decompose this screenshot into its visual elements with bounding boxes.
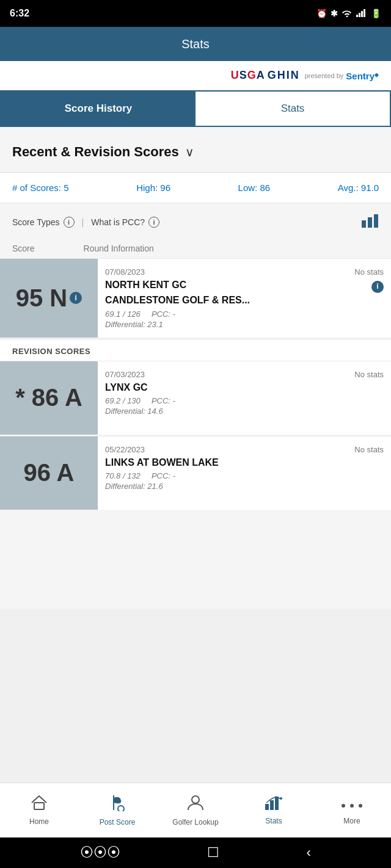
svg-rect-7 [34, 803, 44, 809]
svg-rect-3 [364, 9, 365, 17]
round-rating-rev-0: 69.2 / 130 PCC: - [105, 396, 384, 405]
ghin-text: GHIN [268, 69, 300, 82]
nav-stats-label: Stats [265, 817, 282, 825]
score-types-bar: Score Types i | What is PCC? i [0, 206, 391, 239]
wifi-icon [342, 9, 353, 19]
score-card-0: 95 N i No stats 07/08/2023 NORTH KENT GC… [0, 258, 391, 338]
tab-stats[interactable]: Stats [196, 92, 390, 126]
svg-rect-6 [374, 214, 378, 228]
chevron-down-icon[interactable]: ∨ [185, 145, 194, 159]
round-info-rev-1: No stats 05/22/2023 LINKS AT BOWEN LAKE … [98, 436, 391, 510]
tab-bar: Score History Stats [0, 90, 391, 127]
column-headers: Score Round Information [0, 239, 391, 258]
nav-golfer-lookup-label: Golfer Lookup [172, 818, 218, 826]
score-types-info-icon[interactable]: i [64, 217, 75, 228]
round-date-rev-1: 05/22/2023 [105, 445, 384, 454]
app-header: Stats [0, 27, 391, 61]
signal-icon [356, 9, 367, 19]
android-back-icon[interactable]: ‹ [307, 845, 311, 861]
bar-chart-icon[interactable] [362, 214, 379, 230]
round-course-rev-1: LINKS AT BOWEN LAKE [105, 457, 384, 469]
svg-point-9 [118, 806, 124, 811]
round-course-0: NORTH KENT GC i [105, 279, 384, 292]
col-round-info: Round Information [84, 244, 154, 253]
score-box-rev-1: 96 A [0, 436, 98, 510]
round-rating-0: 69.1 / 126 PCC: - [105, 309, 384, 319]
round-info-0: No stats 07/08/2023 NORTH KENT GC i CAND… [98, 259, 391, 338]
svg-rect-4 [362, 220, 366, 228]
svg-rect-0 [356, 15, 358, 17]
main-content: Recent & Revision Scores ∨ # of Scores: … [0, 127, 391, 609]
no-stats-rev-1: No stats [354, 445, 384, 454]
svg-point-10 [192, 796, 199, 803]
score-box-rev-0: * 86 A [0, 361, 98, 435]
nav-post-score-label: Post Score [100, 818, 136, 826]
nav-stats[interactable]: Stats [235, 790, 313, 830]
round-rating-rev-1: 70.8 / 132 PCC: - [105, 471, 384, 480]
nav-post-score[interactable]: Post Score [78, 789, 156, 831]
app-title: Stats [181, 37, 210, 51]
battery-icon: 🔋 [371, 9, 381, 18]
no-stats-rev-0: No stats [354, 370, 384, 379]
android-menu-icon[interactable]: ⦿⦿⦿ [80, 845, 120, 861]
round-diff-rev-1: Differential: 21.6 [105, 482, 384, 491]
bluetooth-icon: ✱ [331, 9, 338, 18]
score-value-rev-1: 96 A [23, 459, 74, 486]
round-diff-rev-0: Differential: 14.6 [105, 407, 384, 416]
divider: | [82, 217, 84, 227]
status-bar: 6:32 ⏰ ✱ 🔋 [0, 0, 391, 27]
svg-point-17 [359, 804, 362, 808]
score-info-icon-0[interactable]: i [70, 292, 82, 304]
android-home-icon[interactable]: ☐ [207, 845, 219, 861]
revision-scores-label: REVISION SCORES [0, 339, 391, 361]
round-date-rev-0: 07/03/2023 [105, 370, 384, 379]
svg-rect-1 [359, 13, 360, 17]
usga-logo: USGA [231, 69, 265, 82]
nav-home-label: Home [29, 817, 49, 826]
section-title: Recent & Revision Scores [12, 144, 179, 160]
person-icon [187, 794, 204, 816]
section-header: Recent & Revision Scores ∨ [0, 127, 391, 172]
bottom-nav: Home Post Score Golfer Lookup [0, 783, 391, 837]
svg-rect-11 [265, 804, 269, 810]
nav-more-label: More [343, 817, 360, 825]
no-stats-0: No stats [354, 267, 384, 277]
round-diff-0: Differential: 23.1 [105, 320, 384, 329]
score-card-rev-1: 96 A No stats 05/22/2023 LINKS AT BOWEN … [0, 436, 391, 510]
sentry-logo: Sentry• [346, 68, 379, 82]
pcc-label: What is PCC? [91, 217, 145, 227]
more-icon [341, 795, 363, 814]
android-nav: ⦿⦿⦿ ☐ ‹ [0, 837, 391, 868]
flag-icon [109, 794, 126, 816]
alarm-icon: ⏰ [316, 9, 327, 18]
score-types-left: Score Types i | What is PCC? i [12, 217, 159, 228]
col-score: Score [12, 244, 35, 253]
score-box-0: 95 N i [0, 259, 98, 338]
high-score: High: 96 [136, 183, 170, 193]
round-course-extra-0: CANDLESTONE GOLF & RES... [105, 294, 384, 307]
num-scores: # of Scores: 5 [12, 183, 69, 193]
svg-point-15 [342, 804, 345, 808]
status-icons: ⏰ ✱ 🔋 [316, 9, 381, 19]
svg-rect-2 [361, 11, 363, 17]
home-icon [31, 795, 48, 815]
time: 6:32 [10, 8, 29, 19]
nav-home[interactable]: Home [0, 790, 78, 831]
brand-bar: USGA GHIN presented by Sentry• [0, 61, 391, 90]
score-value-0: 95 N [16, 284, 68, 312]
svg-point-16 [350, 804, 354, 808]
svg-rect-5 [368, 217, 372, 228]
low-score: Low: 86 [238, 183, 271, 193]
svg-rect-13 [275, 797, 279, 810]
tab-score-history[interactable]: Score History [1, 92, 196, 126]
nav-more[interactable]: More [313, 790, 391, 830]
score-types-label: Score Types [12, 217, 60, 227]
presented-by: presented by [305, 72, 344, 79]
round-date-0: 07/08/2023 [105, 267, 384, 277]
svg-point-14 [280, 797, 282, 800]
pcc-info-icon[interactable]: i [148, 217, 159, 228]
nav-golfer-lookup[interactable]: Golfer Lookup [156, 789, 235, 831]
avg-score: Avg.: 91.0 [338, 183, 379, 193]
course-info-icon-0[interactable]: i [371, 281, 384, 293]
score-card-rev-0: * 86 A No stats 07/03/2023 LYNX GC 69.2 … [0, 361, 391, 435]
